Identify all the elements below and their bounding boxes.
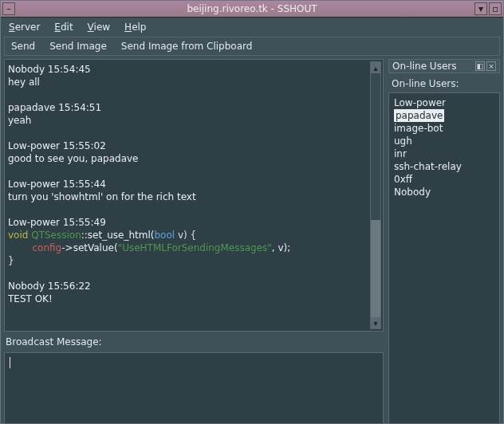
scroll-thumb[interactable] xyxy=(371,220,380,317)
list-item[interactable]: papadave xyxy=(394,109,494,122)
msg-header: Low-power 15:55:02 xyxy=(8,139,368,152)
msg-header: papadave 15:54:51 xyxy=(8,101,368,114)
minimize-button[interactable]: ▾ xyxy=(474,2,487,15)
toolbar-send[interactable]: Send xyxy=(11,41,35,52)
left-pane: Nobody 15:54:45 hey all papadave 15:54:5… xyxy=(4,59,384,424)
list-item[interactable]: ugh xyxy=(394,135,494,147)
list-item[interactable]: image-bot xyxy=(394,122,494,135)
window-menu-button[interactable]: – xyxy=(2,2,15,15)
list-item[interactable]: Low-power xyxy=(394,96,494,109)
menu-view[interactable]: View xyxy=(88,22,110,33)
maximize-button[interactable]: ▫ xyxy=(489,2,502,15)
panel-undock-icon[interactable]: ◧ xyxy=(475,61,485,71)
code-line: } xyxy=(8,254,368,267)
msg-header: Nobody 15:54:45 xyxy=(8,63,368,76)
title-bar: – beijing.rivoreo.tk - SSHOUT ▾ ▫ xyxy=(1,1,503,18)
msg-body: turn you 'showhtml' on for the rich text xyxy=(8,190,368,203)
chat-scrollbar[interactable]: ▴ ▾ xyxy=(370,61,381,329)
list-item[interactable]: Nobody xyxy=(394,186,494,198)
list-item[interactable]: ssh-chat-relay xyxy=(394,160,494,173)
users-panel-header: On-line Users ◧ × xyxy=(388,59,500,73)
window-title: beijing.rivoreo.tk - SSHOUT xyxy=(187,3,317,14)
msg-header: Nobody 15:56:22 xyxy=(8,280,368,292)
menu-server[interactable]: Server xyxy=(9,22,40,33)
message-input[interactable] xyxy=(4,352,384,424)
users-subtitle: On-line Users: xyxy=(388,73,500,92)
right-pane: On-line Users ◧ × On-line Users: Low-pow… xyxy=(388,59,500,424)
toolbar-send-image[interactable]: Send Image xyxy=(49,41,107,52)
msg-body: yeah xyxy=(8,114,368,127)
code-line: config->setValue("UseHTMLForSendingMessa… xyxy=(8,241,368,254)
chat-history: Nobody 15:54:45 hey all papadave 15:54:5… xyxy=(4,59,384,332)
content-area: Nobody 15:54:45 hey all papadave 15:54:5… xyxy=(1,56,503,424)
scroll-down-icon[interactable]: ▾ xyxy=(371,317,380,328)
app-window: – beijing.rivoreo.tk - SSHOUT ▾ ▫ Server… xyxy=(0,0,504,424)
list-item[interactable]: 0xff xyxy=(394,173,494,186)
tool-bar: Send Send Image Send Image from Clipboar… xyxy=(4,37,500,56)
msg-header: Low-power 15:55:49 xyxy=(8,216,368,229)
msg-body: hey all xyxy=(8,76,368,88)
code-line: void QTSession::set_use_html(bool v) { xyxy=(8,229,368,241)
users-panel-title: On-line Users xyxy=(392,61,456,72)
panel-close-icon[interactable]: × xyxy=(486,61,496,71)
text-cursor xyxy=(10,357,10,368)
menu-help[interactable]: Help xyxy=(124,22,146,33)
list-item[interactable]: inr xyxy=(394,147,494,160)
users-list[interactable]: Low-powerpapadaveimage-botughinrssh-chat… xyxy=(388,92,500,424)
broadcast-label: Broadcast Message: xyxy=(4,336,384,347)
msg-header: Low-power 15:55:44 xyxy=(8,178,368,190)
scroll-up-icon[interactable]: ▴ xyxy=(371,62,380,73)
toolbar-send-clipboard[interactable]: Send Image from Clipboard xyxy=(121,41,253,52)
menu-edit[interactable]: Edit xyxy=(54,22,73,33)
msg-body: TEST OK! xyxy=(8,292,368,305)
menu-bar: Server Edit View Help xyxy=(1,18,503,37)
msg-body: good to see you, papadave xyxy=(8,152,368,165)
